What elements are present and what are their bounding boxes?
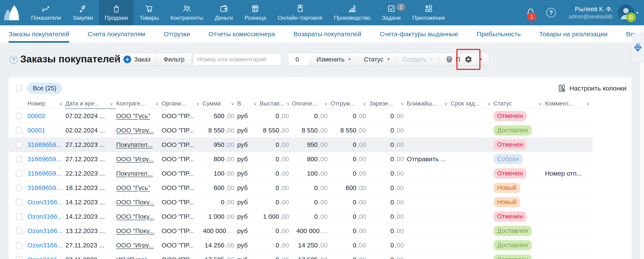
table-row[interactable]: 31669659...27.12.2023 ...Покупател...ООО… bbox=[8, 138, 592, 152]
column-menu-icon[interactable]: ∨ bbox=[231, 101, 234, 106]
nav-item-goods[interactable]: Товары bbox=[134, 0, 164, 25]
column-menu-icon[interactable]: ∨ bbox=[400, 101, 404, 106]
column-menu-icon[interactable]: ∨ bbox=[254, 101, 257, 106]
row-checkbox[interactable] bbox=[16, 170, 22, 177]
counterparty-link[interactable]: ООО "Гусь" bbox=[116, 184, 150, 192]
refresh-button[interactable] bbox=[111, 56, 118, 63]
table-row[interactable]: 0000102.02.2024 ...ООО "Игру...ООО "ПР..… bbox=[8, 123, 592, 138]
tab-issued-invoices[interactable]: Счета-фактуры выданные bbox=[380, 25, 458, 43]
counterparty-link[interactable]: Покупател... bbox=[116, 141, 153, 148]
table-row[interactable]: Ozon3166...14.12.2023 ...ООО "Поку...ООО… bbox=[8, 210, 592, 224]
table-row[interactable]: 31669659...18.12.2023 ...ООО "Гусь"ООО "… bbox=[8, 181, 592, 195]
column-menu-icon[interactable]: ∨ bbox=[444, 101, 448, 106]
row-checkbox[interactable] bbox=[16, 185, 22, 191]
column-menu-icon[interactable]: ∨ bbox=[324, 101, 328, 106]
column-menu-icon[interactable]: ∨ bbox=[487, 101, 490, 106]
column-header-paid[interactable]: Оплаче...∨ bbox=[292, 99, 330, 109]
table-row[interactable]: 31669659...22.12.2023 ...Покупател...ООО… bbox=[8, 166, 592, 181]
page-help-button[interactable]: ? bbox=[10, 56, 18, 64]
order-number-link[interactable]: Ozon3166... bbox=[28, 242, 62, 249]
row-checkbox[interactable] bbox=[16, 228, 22, 234]
nav-item-indicators[interactable]: Показатели bbox=[25, 0, 67, 25]
column-menu-icon[interactable]: ∨ bbox=[286, 101, 290, 106]
tab-commissioner-reports[interactable]: Отчеты комиссионера bbox=[209, 25, 275, 43]
column-header-counterparty[interactable]: Контраге...∨ bbox=[116, 99, 162, 109]
column-header-reserved[interactable]: Зарезе...∨ bbox=[369, 99, 407, 109]
tab-customer-invoices[interactable]: Счета покупателям bbox=[88, 25, 145, 43]
column-menu-icon[interactable]: ∨ bbox=[539, 101, 542, 106]
tab-customer-orders[interactable]: Заказы покупателей bbox=[8, 25, 69, 43]
column-header-comment[interactable]: Коммент...∨ bbox=[545, 99, 592, 109]
settings-button[interactable] bbox=[460, 53, 477, 66]
row-checkbox[interactable] bbox=[16, 199, 22, 205]
nav-item-sales[interactable]: Продажи bbox=[99, 0, 134, 25]
column-header-overdue[interactable]: Срок зад...∨ bbox=[451, 99, 494, 109]
counterparty-link[interactable]: ООО "Игру... bbox=[116, 127, 154, 134]
counterparty-link[interactable]: ООО "Поку... bbox=[116, 213, 154, 220]
nav-item-retail[interactable]: Розница bbox=[239, 0, 272, 25]
notifications-button[interactable]: 1 bbox=[526, 7, 536, 18]
counterparty-link[interactable]: ИП "Пирог... bbox=[116, 256, 152, 259]
search-input[interactable] bbox=[193, 53, 281, 65]
column-menu-icon[interactable]: ∨ bbox=[59, 101, 62, 106]
column-menu-icon[interactable]: ∨ bbox=[586, 101, 590, 106]
table-row[interactable]: Ozon3166...14.12.2023 ...ООО "Поку...ООО… bbox=[8, 195, 592, 210]
nav-item-apps[interactable]: Приложения bbox=[406, 0, 450, 25]
nav-item-counterparties[interactable]: Контрагенты bbox=[165, 0, 209, 25]
nav-item-production[interactable]: Производство bbox=[328, 0, 376, 25]
column-header-number[interactable]: Номер∨ bbox=[28, 99, 66, 109]
avatar[interactable] bbox=[618, 4, 634, 21]
order-number-link[interactable]: Ozon3166... bbox=[28, 227, 62, 235]
order-number-link[interactable]: Ozon3166... bbox=[28, 199, 62, 206]
column-header-status[interactable]: Статус∨ bbox=[494, 99, 545, 109]
row-checkbox[interactable] bbox=[16, 113, 22, 119]
bonus-side-tab[interactable] bbox=[632, 32, 644, 63]
nav-item-online-trade[interactable]: Онлайн-торговля bbox=[272, 0, 328, 25]
tab-profitability[interactable]: Прибыльность bbox=[477, 25, 521, 43]
column-header-next[interactable]: Ближайш...∨ bbox=[407, 99, 451, 109]
column-menu-icon[interactable]: ∨ bbox=[363, 101, 366, 106]
order-number-link[interactable]: 00002 bbox=[28, 112, 45, 120]
nav-item-tasks[interactable]: 1 Задачи bbox=[376, 0, 406, 25]
column-header-invoiced[interactable]: Выстав...∨ bbox=[260, 99, 292, 109]
counterparty-link[interactable]: ООО "Поку... bbox=[116, 199, 154, 206]
table-row[interactable]: Ozon3166...27.11.2023 ...ООО "Игру...ООО… bbox=[8, 238, 592, 253]
column-header-organization[interactable]: Органи...∨ bbox=[162, 99, 202, 109]
counterparty-link[interactable]: ООО "Игру... bbox=[116, 155, 154, 163]
row-checkbox[interactable] bbox=[16, 142, 22, 148]
row-checkbox[interactable] bbox=[16, 156, 22, 162]
column-menu-icon[interactable]: ∨ bbox=[110, 101, 113, 106]
table-row[interactable]: 0000207.02.2024 ...ООО "Гусь"ООО "ПР...5… bbox=[8, 109, 592, 123]
tab-customer-returns[interactable]: Возвраты покупателей bbox=[294, 25, 361, 43]
counterparty-link[interactable]: ООО "Гусь" bbox=[116, 112, 150, 120]
counterparty-link[interactable]: Покупател... bbox=[116, 170, 153, 177]
column-menu-icon[interactable]: ∨ bbox=[196, 101, 200, 106]
status-dropdown[interactable]: Статус ▼ bbox=[358, 53, 397, 66]
counterparty-link[interactable]: ООО "Поку... bbox=[116, 227, 154, 235]
table-row[interactable]: Ozon3166...13.12.2023 ...ООО "Поку...ООО… bbox=[8, 224, 592, 238]
column-header-shipped[interactable]: Отгруж...∨ bbox=[330, 99, 369, 109]
order-number-link[interactable]: Ozon3166... bbox=[28, 213, 62, 220]
row-checkbox[interactable] bbox=[16, 242, 22, 249]
user-menu[interactable]: Рылеев К. Ф. admin@sevkavlab bbox=[569, 5, 613, 20]
user-caret-icon[interactable]: ▾ bbox=[636, 10, 638, 15]
row-checkbox[interactable] bbox=[16, 257, 22, 259]
nav-item-money[interactable]: Деньги bbox=[209, 0, 239, 25]
filter-button[interactable]: Фильтр bbox=[156, 53, 192, 66]
order-number-link[interactable]: 00001 bbox=[28, 127, 45, 134]
change-dropdown[interactable]: Изменить ▼ bbox=[310, 53, 358, 66]
order-number-link[interactable]: 31669659... bbox=[28, 141, 62, 148]
table-row[interactable]: 31669659...27.12.2023 ...ООО "Игру...ООО… bbox=[8, 152, 592, 166]
order-number-link[interactable]: 31669659... bbox=[28, 184, 62, 192]
tab-goods-on-consignment[interactable]: Товары на реализации bbox=[539, 25, 608, 43]
row-checkbox[interactable] bbox=[16, 127, 22, 134]
order-number-link[interactable]: Ozon3166... bbox=[28, 256, 62, 259]
column-header-currency[interactable]: В..∨ bbox=[237, 99, 260, 109]
row-checkbox[interactable] bbox=[16, 213, 22, 220]
configure-columns-button[interactable]: Настроить колонки bbox=[558, 84, 626, 93]
tab-shipments[interactable]: Отгрузки bbox=[164, 25, 190, 43]
column-header-sum[interactable]: Сумма∨ bbox=[202, 99, 237, 109]
table-row[interactable]: Ozon3166...27.11.2023 ...ИП "Пирог...ООО… bbox=[8, 253, 592, 259]
create-order-button[interactable]: + Заказ bbox=[120, 53, 156, 66]
select-all-checkbox[interactable] bbox=[16, 85, 22, 91]
